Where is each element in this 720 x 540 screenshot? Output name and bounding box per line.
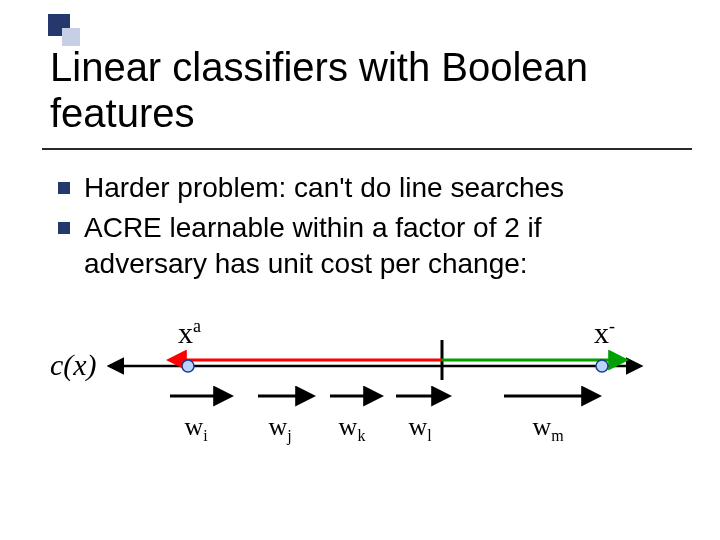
- bullet-marker-icon: [58, 222, 70, 234]
- diagram: c(x) xa x-: [50, 320, 670, 500]
- bullet-item: Harder problem: can't do line searches: [58, 170, 668, 206]
- slide: Linear classifiers with Boolean features…: [0, 0, 720, 540]
- w-sub: j: [287, 427, 291, 444]
- point-xa: [182, 360, 194, 372]
- point-xneg: [596, 360, 608, 372]
- bullet-marker-icon: [58, 182, 70, 194]
- w-sub: k: [357, 427, 365, 444]
- slide-title: Linear classifiers with Boolean features: [50, 44, 670, 136]
- w-label-k: wk: [332, 412, 372, 445]
- w-label-i: wi: [176, 412, 216, 445]
- body-text: Harder problem: can't do line searches A…: [58, 170, 668, 285]
- w-label-l: wl: [400, 412, 440, 445]
- w-sub: i: [203, 427, 207, 444]
- bullet-item: ACRE learnable within a factor of 2 if a…: [58, 210, 668, 282]
- w-sub: m: [551, 427, 563, 444]
- bullet-text: ACRE learnable within a factor of 2 if a…: [84, 210, 668, 282]
- w-label-j: wj: [260, 412, 300, 445]
- w-label-m: wm: [528, 412, 568, 445]
- title-rule: [42, 148, 692, 150]
- bullet-text: Harder problem: can't do line searches: [84, 170, 668, 206]
- w-sub: l: [427, 427, 431, 444]
